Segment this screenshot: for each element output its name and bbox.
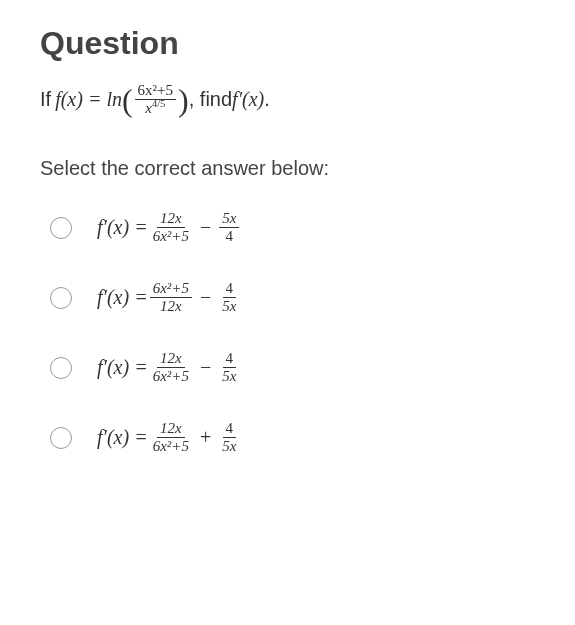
term2-num: 4 bbox=[223, 280, 237, 298]
option-4[interactable]: f′(x) = 12x 6x²+5 + 4 5x bbox=[50, 420, 535, 455]
option-1[interactable]: f′(x) = 12x 6x²+5 − 5x 4 bbox=[50, 210, 535, 245]
radio-button[interactable] bbox=[50, 357, 72, 379]
option-expression: f′(x) = 12x 6x²+5 − 5x 4 bbox=[97, 210, 241, 245]
problem-find-expr: f′(x) bbox=[232, 88, 264, 111]
option-lhs: f′(x) = bbox=[97, 286, 148, 309]
select-instruction: Select the correct answer below: bbox=[40, 157, 535, 180]
options-list: f′(x) = 12x 6x²+5 − 5x 4 f′(x) = 6x²+5 1… bbox=[40, 210, 535, 455]
term1-num: 12x bbox=[157, 210, 185, 228]
term1-den: 6x²+5 bbox=[150, 438, 192, 455]
term1-den: 12x bbox=[157, 298, 185, 315]
option-lhs: f′(x) = bbox=[97, 426, 148, 449]
problem-func-lhs: f(x) = ln bbox=[55, 88, 122, 111]
radio-button[interactable] bbox=[50, 217, 72, 239]
problem-statement: If f(x) = ln ( 6x²+5 x4/5 ) , find f′(x)… bbox=[40, 82, 535, 117]
term2-den: 5x bbox=[219, 368, 239, 385]
radio-button[interactable] bbox=[50, 287, 72, 309]
problem-end: . bbox=[264, 88, 270, 111]
option-lhs: f′(x) = bbox=[97, 216, 148, 239]
option-expression: f′(x) = 6x²+5 12x − 4 5x bbox=[97, 280, 241, 315]
term2-num: 4 bbox=[223, 420, 237, 438]
term2-den: 5x bbox=[219, 438, 239, 455]
radio-button[interactable] bbox=[50, 427, 72, 449]
option-2[interactable]: f′(x) = 6x²+5 12x − 4 5x bbox=[50, 280, 535, 315]
option-term2: 4 5x bbox=[219, 280, 239, 315]
option-term1: 12x 6x²+5 bbox=[150, 210, 192, 245]
problem-suffix: , find bbox=[189, 88, 232, 111]
problem-prefix: If bbox=[40, 88, 51, 111]
option-term2: 4 5x bbox=[219, 350, 239, 385]
question-title: Question bbox=[40, 25, 535, 62]
operator: + bbox=[200, 426, 211, 449]
problem-frac-den: x4/5 bbox=[142, 100, 168, 117]
option-term2: 4 5x bbox=[219, 420, 239, 455]
option-expression: f′(x) = 12x 6x²+5 + 4 5x bbox=[97, 420, 241, 455]
paren-close: ) bbox=[178, 84, 189, 116]
option-3[interactable]: f′(x) = 12x 6x²+5 − 4 5x bbox=[50, 350, 535, 385]
operator: − bbox=[200, 286, 211, 309]
option-term2: 5x 4 bbox=[219, 210, 239, 245]
term1-num: 12x bbox=[157, 420, 185, 438]
term1-den: 6x²+5 bbox=[150, 368, 192, 385]
problem-fraction: 6x²+5 x4/5 bbox=[135, 82, 176, 117]
term2-den: 5x bbox=[219, 298, 239, 315]
term1-den: 6x²+5 bbox=[150, 228, 192, 245]
operator: − bbox=[200, 216, 211, 239]
term1-num: 6x²+5 bbox=[150, 280, 192, 298]
option-lhs: f′(x) = bbox=[97, 356, 148, 379]
option-term1: 6x²+5 12x bbox=[150, 280, 192, 315]
paren-open: ( bbox=[122, 84, 133, 116]
operator: − bbox=[200, 356, 211, 379]
option-term1: 12x 6x²+5 bbox=[150, 350, 192, 385]
option-expression: f′(x) = 12x 6x²+5 − 4 5x bbox=[97, 350, 241, 385]
option-term1: 12x 6x²+5 bbox=[150, 420, 192, 455]
term2-num: 4 bbox=[223, 350, 237, 368]
term1-num: 12x bbox=[157, 350, 185, 368]
frac-den-base: x bbox=[145, 100, 152, 116]
frac-den-exp: 4/5 bbox=[152, 98, 165, 109]
term2-den: 4 bbox=[223, 228, 237, 245]
term2-num: 5x bbox=[219, 210, 239, 228]
